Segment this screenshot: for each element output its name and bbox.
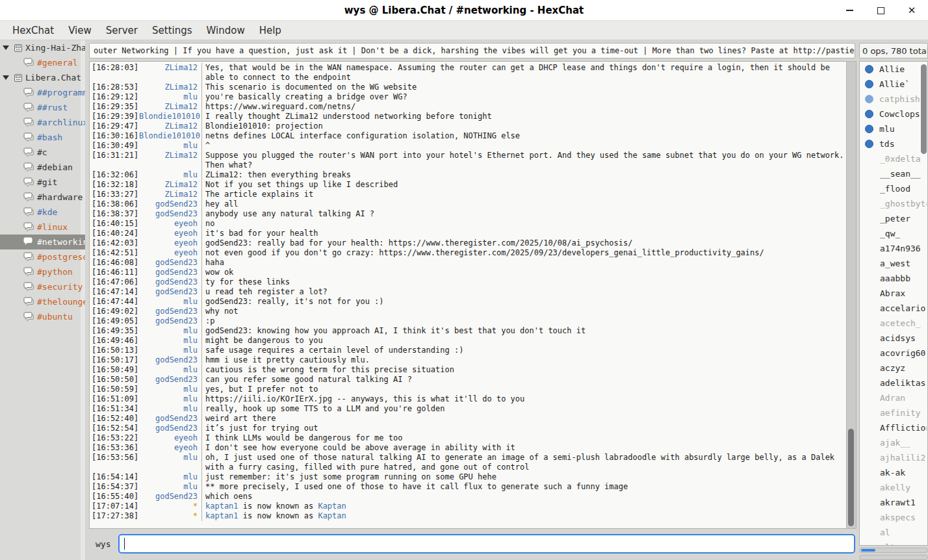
tree-channel--ubuntu[interactable]: #ubuntu	[0, 309, 85, 324]
user-name: acidsys	[880, 333, 916, 343]
user-row-acidsys[interactable]: acidsys	[860, 331, 927, 346]
user-row--0xdelta[interactable]: _0xdelta	[860, 151, 927, 166]
user-row-catphish[interactable]: catphish	[860, 92, 927, 107]
user-row-adran[interactable]: Adran	[860, 390, 927, 405]
user-row-abrax[interactable]: Abrax	[860, 286, 927, 301]
tree-channel--debian[interactable]: #debian	[0, 160, 85, 175]
tree-channel--git[interactable]: #git	[0, 175, 85, 190]
user-row-aaabbb[interactable]: aaabbb	[860, 271, 927, 286]
tree-channel--linux[interactable]: #linux	[0, 220, 85, 235]
user-row-acovrig60[interactable]: acovrig60	[860, 346, 927, 361]
user-row-aefinity[interactable]: aefinity	[860, 405, 927, 420]
menu-settings[interactable]: Settings	[146, 23, 198, 38]
message-row: [16:52:40]godSend23weird art there	[90, 414, 846, 424]
tree-channel--archlinux[interactable]: #archlinux	[0, 115, 85, 130]
user-row-ak-ak[interactable]: ak-ak	[860, 465, 927, 480]
nick: godSend23	[139, 287, 201, 297]
user-name: _ghostbyte	[880, 199, 927, 209]
tree-channel--bash[interactable]: #bash	[0, 130, 85, 145]
tree-channel--programming[interactable]: ##programming	[0, 85, 85, 100]
tree-channel--thelounge[interactable]: #thelounge	[0, 294, 85, 309]
user-row-ajhalili2[interactable]: ajhalili2	[860, 450, 927, 465]
topic-bar[interactable]: outer Networking | If you have a questio…	[89, 43, 855, 58]
old-nick: kaptan1	[205, 511, 238, 520]
userlist-hscrollbar[interactable]	[859, 548, 928, 553]
user-row-al[interactable]: al	[860, 525, 927, 540]
menu-server[interactable]: Server	[100, 23, 144, 38]
message-input[interactable]	[118, 534, 855, 554]
maximize-button[interactable]	[873, 3, 888, 18]
message-text: godSend23: really bad for your health: h…	[201, 238, 846, 248]
user-row-ajak-[interactable]: ajak__	[860, 435, 927, 450]
message-text: This scenario is documented on the WG we…	[201, 83, 846, 92]
own-nick-label: wys	[96, 539, 110, 549]
menu-view[interactable]: View	[62, 23, 97, 38]
message-text: ** more precisely, I used one of those t…	[201, 482, 846, 492]
message-text: hmm i use it pretty cautiously mlu.	[201, 355, 846, 365]
chat-bubble-icon	[23, 103, 34, 112]
message-row: [16:30:16]Blondie101010netns defines LOC…	[90, 131, 846, 141]
menu-hexchat[interactable]: HexChat	[6, 23, 60, 38]
minimize-button[interactable]	[842, 3, 857, 18]
userlist-scrollbar-thumb[interactable]	[921, 64, 927, 154]
menu-window[interactable]: Window	[201, 23, 251, 38]
userlist-hscrollbar-2[interactable]	[859, 555, 928, 560]
user-row-akrawt1[interactable]: akrawt1	[860, 495, 927, 510]
user-row-allie-[interactable]: Allie`	[860, 77, 927, 92]
user-row--qw-[interactable]: _qw_	[860, 226, 927, 241]
server-icon	[14, 73, 23, 83]
nick: mlu	[139, 453, 201, 472]
tree-server-libera-chat[interactable]: Libera.Chat	[0, 70, 85, 85]
nick: Blondie101010	[139, 131, 201, 141]
user-row--peter[interactable]: _peter	[860, 211, 927, 226]
expander-icon[interactable]	[3, 75, 9, 80]
message-row: [16:29:47]ZLima12Blondie101010: projecti…	[90, 121, 846, 131]
tree-channel--hardware[interactable]: #hardware	[0, 190, 85, 205]
user-row-alt[interactable]: alt	[860, 540, 927, 546]
user-row-affliction[interactable]: Affliction	[860, 420, 927, 435]
message-row: [16:46:08]godSend23haha	[90, 258, 846, 268]
user-row-cowclops-[interactable]: Cowclops`	[860, 107, 927, 121]
user-row--flood[interactable]: _flood	[860, 181, 927, 196]
user-row-mlu[interactable]: mlu	[860, 121, 927, 136]
menu-help[interactable]: Help	[253, 23, 287, 38]
user-row--ghostbyte[interactable]: _ghostbyte	[860, 196, 927, 211]
timestamp: [17:07:14]	[90, 502, 139, 511]
user-row-adeliktas[interactable]: adeliktas	[860, 375, 927, 390]
tree-channel--python[interactable]: #python	[0, 264, 85, 279]
message-text: oh, I just used one of those natural tal…	[201, 453, 846, 472]
tree-channel--c[interactable]: #c	[0, 145, 85, 160]
chat-scrollbar-thumb[interactable]	[848, 429, 854, 526]
tree-channel--security[interactable]: #security	[0, 279, 85, 294]
user-row--sean-[interactable]: __sean__	[860, 166, 927, 181]
message-row: [16:28:53]ZLima12This scenario is docume…	[90, 83, 846, 92]
user-row-accelario[interactable]: accelario	[860, 301, 927, 316]
new-nick: Kaptan	[318, 502, 346, 511]
user-row-a-west[interactable]: a_west	[860, 256, 927, 271]
tree-channel--general[interactable]: #general	[0, 55, 85, 70]
tree-channel--postgresql[interactable]: #postgresql	[0, 249, 85, 264]
close-icon: ✕	[908, 6, 916, 16]
user-row-aczyz[interactable]: aczyz	[860, 361, 927, 375]
message-text: why not	[201, 307, 846, 316]
user-row-tds[interactable]: tds	[860, 136, 927, 151]
tree-channel--networking[interactable]: #networking	[0, 235, 85, 249]
tree-channel--kde[interactable]: #kde	[0, 205, 85, 220]
user-row-a174n936[interactable]: a174n936	[860, 241, 927, 256]
user-name: al	[880, 528, 890, 537]
user-row-akelly[interactable]: akelly	[860, 480, 927, 495]
message-row: [16:40:24]eyeohit's bad for your health	[90, 229, 846, 238]
message-row: [16:52:54]godSend23it’s just for trying …	[90, 424, 846, 433]
user-row-akspecs[interactable]: akspecs	[860, 510, 927, 525]
close-button[interactable]: ✕	[905, 3, 919, 18]
user-row-acetech-[interactable]: acetech_	[860, 316, 927, 331]
chat-scrollbar-track[interactable]	[846, 62, 856, 528]
user-row-allie[interactable]: Allie	[860, 62, 927, 77]
chat-bubble-icon	[23, 162, 34, 172]
expander-icon[interactable]	[3, 45, 9, 50]
userlist-hscrollbar-thumb[interactable]	[861, 549, 875, 552]
tree-channel--rust[interactable]: ##rust	[0, 100, 85, 115]
user-name: akrawt1	[880, 498, 916, 507]
tree-server-xing-hai-zhan[interactable]: Xing-Hai-Zhan	[0, 40, 85, 55]
timestamp: [16:53:36]	[90, 443, 139, 453]
